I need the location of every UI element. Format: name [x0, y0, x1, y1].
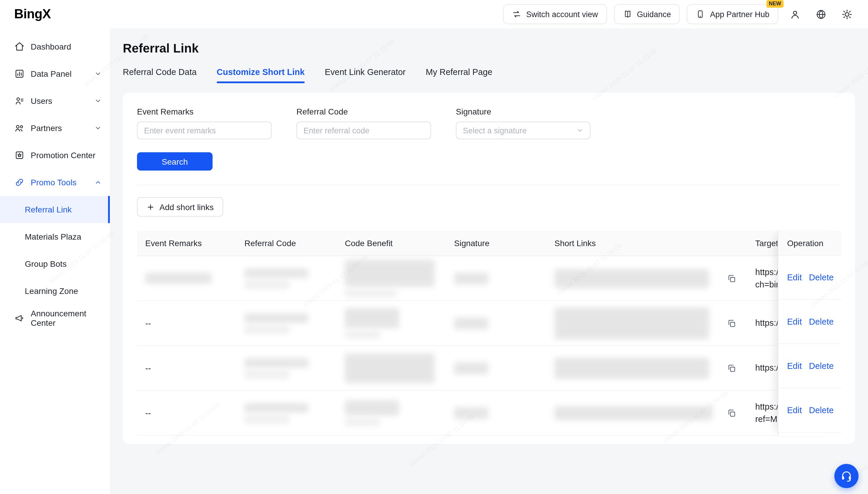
sidebar-item-promo-tools[interactable]: Promo Tools	[0, 169, 110, 196]
users-icon	[14, 96, 25, 106]
table-row: --	[137, 391, 841, 436]
cell-code-benefit	[337, 400, 446, 425]
redacted-data	[454, 317, 488, 329]
cell-signature	[446, 272, 546, 284]
plus-icon	[147, 203, 155, 211]
page-title: Referral Link	[123, 41, 868, 56]
delete-link[interactable]: Delete	[809, 361, 834, 370]
redacted-data	[244, 313, 308, 323]
data-panel-icon	[14, 69, 25, 79]
redacted-data	[454, 407, 488, 419]
copy-icon[interactable]	[727, 408, 736, 418]
referral-code-filter: Referral Code	[297, 107, 431, 139]
switch-icon	[512, 10, 522, 19]
delete-link[interactable]: Delete	[809, 405, 834, 415]
sidebar-subitem-label: Referral Link	[25, 205, 72, 214]
switch-account-view-button[interactable]: Switch account view	[503, 4, 607, 24]
tab-referral-code-data[interactable]: Referral Code Data	[123, 67, 196, 83]
column-header-referral-code: Referral Code	[236, 239, 337, 248]
sidebar-item-data-panel[interactable]: Data Panel	[0, 60, 110, 87]
sidebar-item-label: Partners	[31, 124, 94, 133]
sidebar-item-label: Data Panel	[31, 69, 94, 78]
cell-signature	[446, 317, 546, 329]
redacted-data	[554, 406, 713, 420]
language-button[interactable]	[811, 5, 830, 24]
table-row: --	[137, 346, 841, 391]
sidebar-item-materials-plaza[interactable]: Materials Plaza	[0, 223, 110, 250]
signature-select[interactable]: Select a signature	[456, 121, 590, 139]
cell-referral-code	[236, 313, 337, 333]
redacted-data	[454, 272, 488, 284]
sidebar-subitem-label: Materials Plaza	[25, 232, 81, 241]
section-divider	[137, 185, 841, 185]
sidebar-item-partners[interactable]: Partners	[0, 114, 110, 141]
operation-cell: Edit Delete	[778, 344, 842, 388]
search-button[interactable]: Search	[137, 152, 212, 171]
cell-short-links	[546, 357, 747, 379]
operation-cell: Edit Delete	[778, 300, 842, 344]
sidebar-item-dashboard[interactable]: Dashboard	[0, 33, 110, 60]
sidebar-subitem-label: Learning Zone	[25, 286, 78, 296]
guidance-button[interactable]: Guidance	[614, 4, 680, 24]
cell-code-benefit	[337, 260, 446, 297]
sidebar-item-referral-link[interactable]: Referral Link	[0, 196, 110, 223]
redacted-data	[244, 281, 289, 288]
phone-icon	[696, 10, 705, 19]
redacted-data	[244, 325, 289, 333]
content-card: Event Remarks Referral Code Signature Se…	[123, 93, 855, 444]
cell-event-remarks: --	[137, 318, 236, 328]
copy-icon[interactable]	[727, 363, 736, 373]
app-partner-hub-label: App Partner Hub	[710, 10, 769, 19]
cell-short-links	[546, 406, 747, 420]
new-badge: NEW	[767, 0, 784, 8]
event-remarks-text: --	[145, 363, 151, 373]
globe-icon	[815, 8, 826, 20]
cell-referral-code	[236, 358, 337, 378]
partners-icon	[14, 123, 25, 133]
sidebar-item-announcement-center[interactable]: Announcement Center	[0, 305, 110, 332]
add-short-links-button[interactable]: Add short links	[137, 197, 223, 216]
theme-toggle-button[interactable]	[837, 5, 856, 24]
copy-icon[interactable]	[727, 273, 736, 283]
operation-cell: Edit Delete	[778, 255, 842, 300]
headset-icon	[840, 470, 853, 482]
bingx-logo[interactable]: BingX	[14, 6, 51, 22]
tab-customize-short-link[interactable]: Customize Short Link	[217, 67, 305, 83]
event-remarks-text: --	[145, 318, 151, 328]
edit-link[interactable]: Edit	[787, 361, 802, 370]
edit-link[interactable]: Edit	[787, 317, 802, 326]
table-row: --	[137, 301, 841, 346]
edit-link[interactable]: Edit	[787, 273, 802, 282]
table-row: https:// ch=bin	[137, 256, 841, 301]
cell-short-links	[546, 307, 747, 339]
support-button[interactable]	[834, 464, 858, 488]
guidance-label: Guidance	[637, 10, 671, 19]
app-partner-hub-button[interactable]: App Partner Hub NEW	[687, 4, 778, 24]
redacted-data	[345, 353, 435, 383]
table-header: Event Remarks Referral Code Code Benefit…	[137, 231, 841, 256]
redacted-data	[345, 290, 397, 297]
cell-short-links	[546, 269, 747, 288]
sidebar-item-label: Users	[31, 96, 94, 106]
tab-event-link-generator[interactable]: Event Link Generator	[325, 67, 405, 83]
sidebar-item-promotion-center[interactable]: Promotion Center	[0, 141, 110, 169]
home-icon	[14, 41, 25, 52]
sidebar-item-group-bots[interactable]: Group Bots	[0, 250, 110, 278]
sidebar-item-learning-zone[interactable]: Learning Zone	[0, 278, 110, 305]
event-remarks-input[interactable]	[137, 121, 271, 139]
redacted-data	[145, 273, 211, 284]
edit-link[interactable]: Edit	[787, 405, 802, 415]
delete-link[interactable]: Delete	[809, 317, 834, 326]
referral-code-input[interactable]	[297, 121, 431, 139]
tab-my-referral-page[interactable]: My Referral Page	[426, 67, 492, 83]
account-button[interactable]	[785, 5, 804, 24]
column-header-signature: Signature	[446, 239, 546, 248]
copy-icon[interactable]	[727, 318, 736, 328]
operation-cell: Edit Delete	[778, 388, 842, 433]
switch-account-view-label: Switch account view	[526, 10, 598, 19]
delete-link[interactable]: Delete	[809, 273, 834, 282]
operation-column: Operation Edit Delete Edit Delete Edit D…	[778, 231, 842, 436]
sidebar-item-users[interactable]: Users	[0, 87, 110, 114]
redacted-data	[345, 260, 435, 287]
person-icon	[789, 8, 800, 20]
